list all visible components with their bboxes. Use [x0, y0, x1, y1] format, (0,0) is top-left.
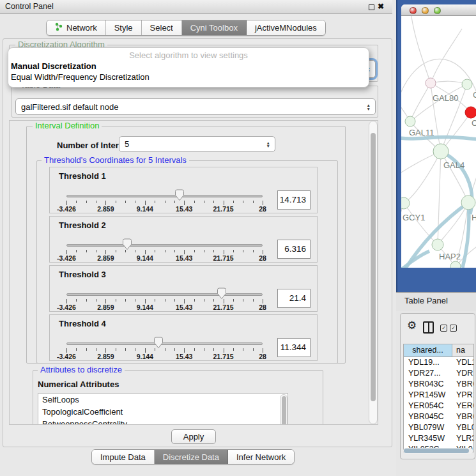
minimize-traffic-light[interactable]: [422, 7, 429, 14]
apply-button[interactable]: Apply: [171, 429, 216, 444]
tick-label: 9.144: [137, 353, 153, 360]
threshold-value-box[interactable]: 14.713: [277, 190, 311, 210]
threshold-label: Threshold 2: [59, 220, 106, 230]
table-row[interactable]: YBR045CYBR0: [404, 411, 473, 422]
scrollbar-thumb[interactable]: [282, 396, 286, 425]
table-row[interactable]: YPR145WYPR1: [404, 390, 473, 401]
table-panel-title: Table Panel: [404, 296, 448, 305]
table-cell: YDR27...: [404, 368, 452, 379]
float-window-icon[interactable]: [369, 4, 374, 10]
slider-thumb-icon[interactable]: [154, 337, 164, 349]
network-canvas[interactable]: GAL80GACGAL11GAL4GCY1HHAP2: [401, 16, 476, 268]
dropdown-option-manual-discretization[interactable]: Manual Discretization: [11, 61, 96, 71]
attributes-list-scrollbar[interactable]: [280, 394, 288, 425]
scrollbar-thumb[interactable]: [371, 133, 376, 401]
tab-jactivemnodules[interactable]: jActiveMNodules: [247, 20, 325, 35]
tab-label: Network: [66, 23, 97, 33]
network-edge[interactable]: [410, 83, 431, 121]
table-data-select[interactable]: galFiltered.sif default node ▲▼: [15, 98, 376, 115]
network-edge[interactable]: [438, 151, 441, 245]
threshold-value-box[interactable]: 6.316: [277, 240, 311, 259]
table-horizontal-scrollbar[interactable]: [403, 448, 473, 454]
table-panel-card: ⚙ ✓ ✓ shared... na YDL19...YDL1YDR27...Y…: [400, 313, 475, 459]
tab-cyni-toolbox[interactable]: Cyni Toolbox: [182, 20, 247, 35]
network-edge[interactable]: [431, 81, 467, 84]
checkbox-icon[interactable]: ✓: [440, 325, 447, 332]
tab-label: Select: [150, 23, 173, 33]
table-row[interactable]: YBL079WYBL0: [404, 422, 473, 433]
tab-impute-data[interactable]: Impute Data: [92, 450, 155, 464]
tab-label: jActiveMNodules: [255, 23, 317, 33]
table-row[interactable]: YDL19...YDL1: [404, 357, 473, 368]
tab-label: Discretize Data: [163, 452, 219, 462]
network-edge-thick[interactable]: [463, 203, 469, 268]
table-row[interactable]: YDR27...YDR2: [404, 368, 473, 379]
slider-thumb-icon[interactable]: [123, 238, 132, 250]
network-icon: [55, 22, 63, 33]
node-label: HAP2: [439, 252, 461, 261]
network-edge[interactable]: [431, 29, 462, 83]
spinner-icon: ▲▼: [266, 141, 270, 148]
zoom-traffic-light[interactable]: [434, 7, 441, 14]
slider[interactable]: [66, 337, 263, 349]
close-icon[interactable]: ✖: [378, 2, 384, 11]
slider[interactable]: [66, 288, 263, 300]
tick-label: 28: [259, 254, 266, 262]
tab-style[interactable]: Style: [106, 20, 142, 35]
table-cell: YBL079W: [404, 422, 452, 433]
list-item[interactable]: BetweennessCentrality: [38, 418, 288, 425]
slider-thumb-icon[interactable]: [175, 189, 185, 201]
dropdown-option-equal-width-frequency[interactable]: Equal Width/Frequency Discretization: [11, 72, 150, 82]
table-row[interactable]: YLR345WYLR3: [404, 433, 473, 444]
num-intervals-select[interactable]: 5 ▲▼: [119, 136, 275, 152]
network-window: GAL80GACGAL11GAL4GCY1HHAP2: [401, 4, 476, 268]
list-item[interactable]: SelfLoops: [38, 394, 288, 406]
table-cell: YBR045C: [404, 411, 452, 422]
tab-network[interactable]: Network: [47, 20, 106, 35]
attributes-group-title: Attributes to discretize: [38, 365, 125, 374]
network-edge[interactable]: [411, 16, 431, 83]
node-top-right[interactable]: [462, 79, 472, 89]
column-header-name[interactable]: na: [452, 344, 473, 357]
node-hap2[interactable]: [432, 239, 443, 250]
slider-thumb-icon[interactable]: [217, 288, 226, 300]
gear-icon[interactable]: ⚙: [407, 320, 417, 331]
close-traffic-light[interactable]: [410, 7, 417, 14]
node-gal4[interactable]: [433, 144, 449, 159]
node-right[interactable]: [461, 196, 475, 210]
node-label: H: [472, 213, 476, 222]
numerical-attributes-list[interactable]: SelfLoopsTopologicalCoefficientBetweenne…: [38, 393, 288, 425]
tick-label: 15.43: [176, 254, 192, 262]
network-window-titlebar[interactable]: [401, 4, 476, 16]
tab-discretize-data[interactable]: Discretize Data: [155, 450, 228, 464]
threshold-row: Threshold 3 -3.4262.8599.14415.4321.7152…: [49, 265, 318, 312]
node-label: C: [472, 118, 476, 128]
network-edge[interactable]: [404, 203, 438, 245]
node-gcy1[interactable]: [401, 197, 410, 209]
tick-label: 21.715: [213, 254, 234, 262]
node-gal80[interactable]: [426, 78, 436, 88]
network-edge[interactable]: [410, 84, 467, 121]
slider[interactable]: [66, 189, 263, 202]
node-red[interactable]: [465, 107, 476, 118]
column-header-shared-name[interactable]: shared...: [404, 344, 452, 357]
scrollbar-thumb[interactable]: [404, 449, 469, 453]
tab-select[interactable]: Select: [142, 20, 182, 35]
threshold-value-box[interactable]: 11.344: [277, 338, 311, 357]
tick-label: 28: [259, 303, 266, 311]
settings-vertical-scrollbar[interactable]: [369, 121, 378, 424]
table-row[interactable]: YER054CYER0: [404, 401, 473, 411]
threshold-value-box[interactable]: 21.4: [277, 289, 311, 308]
columns-icon[interactable]: [423, 321, 434, 334]
tab-infer-network[interactable]: Infer Network: [228, 450, 294, 464]
table-row[interactable]: YBR043CYBR0: [404, 379, 473, 390]
tick-label: 28: [259, 205, 266, 213]
network-edge[interactable]: [404, 151, 441, 203]
node-gal11[interactable]: [405, 116, 415, 127]
spinner-icon: ▲▼: [367, 104, 371, 111]
thresholds-group-title: Threshold's Coordinates for 5 Intervals: [42, 156, 189, 165]
list-item[interactable]: TopologicalCoefficient: [38, 406, 288, 418]
slider[interactable]: [66, 238, 263, 251]
tick-label: 21.715: [213, 353, 234, 360]
checkbox-icon[interactable]: ✓: [450, 325, 457, 332]
